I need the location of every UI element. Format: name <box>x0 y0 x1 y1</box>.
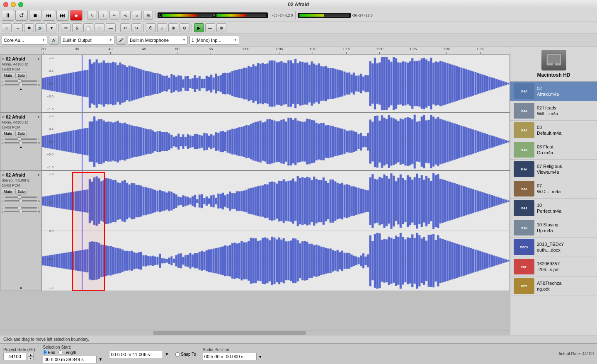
loop-button[interactable]: ↺ <box>15 10 28 21</box>
rate-down-btn[interactable]: ▼ <box>28 357 34 360</box>
input-select[interactable]: Built-in Microphone ▼ <box>128 36 188 45</box>
track3-pan2-slider[interactable] <box>4 211 37 212</box>
track3-waveform[interactable]: 1.0 0.5 0.0 −0.5 −1.0 <box>41 171 510 291</box>
sidebar-file-religious[interactable]: M4A 07 ReligiousViews.m4a <box>510 160 597 179</box>
sidebar-file-heads[interactable]: M4A 02 HeadsWill....m4a <box>510 101 597 121</box>
track1-pan-slider[interactable] <box>4 84 37 85</box>
end-radio[interactable] <box>43 350 47 354</box>
track2-solo[interactable]: Solo <box>15 131 27 136</box>
track2-waveform[interactable]: 1.0 0.5 0.0 −0.5 −1.0 <box>41 113 510 171</box>
maximize-btn[interactable] <box>18 2 23 7</box>
length-radio-label[interactable]: Length <box>58 350 76 355</box>
undo-btn[interactable]: ↩ <box>120 23 130 32</box>
track2-arrow-row: ▲ <box>2 145 40 149</box>
paste-btn[interactable]: 📋 <box>83 23 93 32</box>
draw-tool[interactable]: ✏ <box>109 11 119 20</box>
tracks-scroll-area[interactable]: ✕ 02 Afraid ▼ Mono, 44100Hz16-bit PCM Mu… <box>0 55 510 330</box>
fit-btn[interactable]: ↔ <box>13 23 23 32</box>
vol-down-btn[interactable]: ▾ <box>46 23 56 32</box>
end-input[interactable] <box>109 351 163 358</box>
track1-waveform[interactable]: 1.0 0.5 0.0 −0.5 −1.0 <box>41 55 510 113</box>
output-select[interactable]: Built-in Output ▼ <box>61 36 114 45</box>
channel-select[interactable]: 1 (Mono) Inp... ▼ <box>189 36 239 45</box>
snap-checkbox[interactable] <box>175 352 180 357</box>
sidebar-file-pdf[interactable]: PDF 162069357-206...s.pdf <box>510 257 597 277</box>
sidebar-file-afraid[interactable]: M4A 02Afraid.m4a <box>510 82 597 101</box>
volume-btn[interactable]: 🔊 <box>35 23 45 32</box>
timeline-ruler[interactable]: 3035404550551:001:051:101:151:201:251:30… <box>41 46 510 55</box>
play-green-btn[interactable]: ▶ <box>194 23 204 32</box>
close-btn[interactable] <box>3 2 8 7</box>
sidebar-file-perfect[interactable]: M4A 10Perfect.m4a <box>510 199 597 218</box>
project-rate-input[interactable] <box>3 353 26 360</box>
track3-solo[interactable]: Solo <box>15 189 27 194</box>
sidebar-file-float[interactable]: M4A 03 FloatOn.m4a <box>510 140 597 160</box>
horizontal-scrollbar[interactable] <box>0 330 510 335</box>
scrollbar-thumb[interactable] <box>153 331 306 335</box>
cut-btn[interactable]: ✂ <box>61 23 71 32</box>
track3-arrow[interactable]: ▼ <box>37 173 40 177</box>
cursor-tool[interactable]: ↖ <box>87 11 97 20</box>
zoom-tool[interactable]: ⌕ <box>132 11 142 20</box>
search-btn[interactable]: ⌕ <box>157 23 167 32</box>
track3-gain-slider[interactable] <box>5 197 37 198</box>
silence-btn[interactable]: — <box>106 23 116 32</box>
record-button[interactable]: ● <box>70 10 83 21</box>
rewind-button[interactable]: ⏮ <box>43 10 55 21</box>
ruler-label-5: 55 <box>209 47 213 51</box>
zoom2-btn[interactable]: ⊕ <box>168 23 178 32</box>
speaker-btn[interactable]: 🔊 <box>49 36 59 45</box>
track1-vol-up-icon: ▲ <box>19 87 23 91</box>
extra-btn2[interactable]: ⊕ <box>216 23 226 32</box>
copy-btn[interactable]: ⎘ <box>72 23 82 32</box>
window-controls <box>3 2 23 7</box>
sidebar-file-odt[interactable]: ODT AT&Ttechzang.odt <box>510 277 597 296</box>
stop-button[interactable]: ■ <box>29 10 41 21</box>
sidebar-file-staying[interactable]: M4A 10 StayingUp.m4a <box>510 218 597 238</box>
audio-system-select[interactable]: Core Au... ▼ <box>2 36 47 45</box>
end-radio-label[interactable]: End <box>43 350 55 355</box>
track1-close[interactable]: ✕ <box>2 57 5 61</box>
asterisk-btn[interactable]: ✱ <box>24 23 34 32</box>
audio-position-input[interactable] <box>203 353 257 360</box>
track3-close[interactable]: ✕ <box>2 173 5 177</box>
track1-arrow[interactable]: ▼ <box>37 57 40 61</box>
rate-up-btn[interactable]: ▲ <box>28 353 34 357</box>
track1-gain-slider[interactable] <box>5 80 37 82</box>
minimize-btn[interactable] <box>11 2 16 7</box>
pause-button[interactable]: ⏸ <box>2 10 14 21</box>
mic-btn[interactable]: 🎤 <box>116 36 126 45</box>
sidebar-file-wd[interactable]: M4A 07W.D.....m4a <box>510 179 597 199</box>
track3-gain2-slider[interactable] <box>5 207 37 209</box>
track2-pan-slider[interactable] <box>4 142 37 143</box>
sidebar-file-default[interactable]: M4A 03Default.m4a <box>510 121 597 140</box>
redo-btn[interactable]: ↪ <box>131 23 141 32</box>
selection-start-input[interactable] <box>43 356 97 363</box>
ruler-label-7: 1:05 <box>276 47 283 51</box>
track2-arrow[interactable]: ▼ <box>37 115 40 119</box>
track2-close[interactable]: ✕ <box>2 115 5 119</box>
length-radio[interactable] <box>58 350 63 354</box>
zoomout-btn[interactable]: ⊖ <box>180 23 189 32</box>
zoom-in-btn[interactable]: ⌕ <box>2 23 12 32</box>
actual-rate-value: 44100 <box>582 352 594 356</box>
waveform-section[interactable]: 1.0 0.5 0.0 −0.5 −1.0 1.0 0.5 0.0 <box>41 55 510 330</box>
track1-mute[interactable]: Mute <box>2 73 14 78</box>
forward-button[interactable]: ⏭ <box>56 10 69 21</box>
sync-btn[interactable]: ⏱ <box>146 23 156 32</box>
track2-mute[interactable]: Mute <box>2 131 14 136</box>
ruler-tick-3: 45 <box>142 47 146 54</box>
sidebar-file-tedx[interactable]: DOCX 2013_TEDxYouth....docx <box>510 238 597 257</box>
envelope-tool[interactable]: ∿ <box>121 11 131 20</box>
track2-gain-slider[interactable] <box>5 138 37 140</box>
track3-pan-slider[interactable] <box>4 200 37 201</box>
trim-btn[interactable]: ⊣⊢ <box>95 23 104 32</box>
multi-tool[interactable]: ⊞ <box>143 11 153 20</box>
hd-icon[interactable] <box>541 50 566 70</box>
select-tool[interactable]: I <box>98 11 108 20</box>
ruler-label-13: 1:35 <box>476 47 484 51</box>
extra-btn1[interactable]: — <box>205 23 215 32</box>
rate-stepper[interactable]: ▲ ▼ <box>28 353 34 360</box>
track1-solo[interactable]: Solo <box>15 73 27 78</box>
track3-mute[interactable]: Mute <box>2 189 14 194</box>
